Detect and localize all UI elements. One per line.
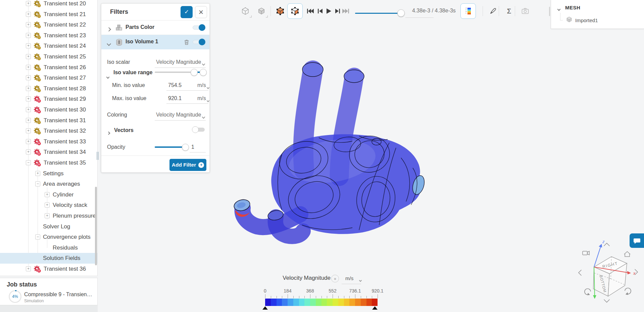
mesh-item-imported1[interactable]: Imported1 — [575, 17, 598, 23]
solid-view-button[interactable] — [254, 3, 269, 19]
tree-item-residuals[interactable]: Residuals — [0, 242, 98, 253]
tree-item-transient-test-23[interactable]: + ! Transient test 23 — [0, 30, 98, 41]
tree-item-transient-test-30[interactable]: + ✕ Transient test 30 — [0, 104, 98, 115]
tree-item-solver-log[interactable]: Solver Log — [0, 221, 98, 232]
tree-item-transient-test-29[interactable]: + ✕ Transient test 29 — [0, 94, 98, 104]
chevron-right-icon[interactable] — [107, 26, 110, 32]
expand-icon[interactable]: + — [26, 107, 31, 112]
field-display-button-active[interactable] — [287, 3, 303, 19]
legend-unit-dropdown[interactable]: m/s — [345, 275, 353, 281]
max-iso-unit-dropdown[interactable]: m/s — [197, 95, 206, 101]
tree-item-transient-test-32[interactable]: + ! Transient test 32 — [0, 126, 98, 136]
chevron-down-icon[interactable] — [207, 97, 209, 103]
tree-item-transient-test-25[interactable]: + ! Transient test 25 — [0, 51, 98, 62]
expand-icon[interactable]: + — [26, 118, 31, 123]
tree-item-transient-test-27[interactable]: + ! Transient test 27 — [0, 73, 98, 83]
expand-icon[interactable]: + — [26, 86, 31, 91]
filter-section-iso-volume[interactable]: Iso Volume 1 — [101, 35, 209, 49]
support-chat-button[interactable] — [630, 233, 644, 248]
chevron-down-icon[interactable] — [202, 60, 205, 66]
chevron-right-icon[interactable] — [107, 130, 110, 136]
expand-icon[interactable]: + — [26, 12, 31, 17]
tree-item-transient-test-21[interactable]: + ! Transient test 21 — [0, 9, 98, 20]
expand-icon[interactable]: + — [26, 128, 31, 133]
wireframe-view-button[interactable] — [238, 3, 253, 19]
max-iso-input[interactable]: 920.1 — [168, 95, 182, 101]
opacity-knob[interactable] — [182, 144, 189, 151]
tree-item-transient-test-20[interactable]: + ! Transient test 20 — [0, 0, 98, 9]
tree-item-transient-test-35[interactable]: − ✕ Transient test 35 — [0, 158, 98, 168]
min-iso-unit-dropdown[interactable]: m/s — [197, 82, 206, 88]
legend-toggle-button-active[interactable] — [460, 3, 476, 19]
expand-icon[interactable]: + — [35, 171, 40, 176]
expand-icon[interactable]: + — [26, 139, 31, 144]
time-slider[interactable] — [355, 13, 402, 14]
tree-item-transient-test-31[interactable]: + ! Transient test 31 — [0, 115, 98, 126]
filter-section-parts-color[interactable]: Parts Color — [101, 20, 209, 35]
collapse-icon[interactable]: − — [35, 234, 40, 239]
tree-item-area-averages[interactable]: −Area averages — [0, 179, 98, 189]
tree-item-transient-test-22[interactable]: + ! Transient test 22 — [0, 19, 98, 30]
expand-icon[interactable]: + — [26, 33, 31, 38]
legend-min-marker[interactable] — [262, 306, 268, 310]
play-button[interactable] — [325, 7, 332, 15]
iso-volume-toggle[interactable] — [192, 39, 205, 45]
previous-frame-button[interactable] — [316, 7, 324, 15]
tree-item-solution-fields[interactable]: Solution Fields — [0, 253, 98, 264]
screenshot-camera-button[interactable] — [517, 3, 533, 19]
collapse-icon[interactable]: − — [35, 181, 40, 186]
expand-icon[interactable]: + — [26, 1, 31, 6]
tree-item-transient-test-26[interactable]: + ! Transient test 26 — [0, 62, 98, 73]
job-name[interactable]: Compressible 9 - Transient t... — [24, 292, 93, 298]
time-display[interactable]: 4.38e-3 / 4.38e-3s — [412, 8, 456, 14]
tree-item-settings[interactable]: +Settings — [0, 168, 98, 179]
tree-item-convergence-plots[interactable]: −Convergence plots — [0, 232, 98, 242]
tree-scrollbar[interactable] — [95, 187, 97, 265]
expand-icon[interactable]: + — [26, 54, 31, 59]
min-iso-input[interactable]: 754.5 — [168, 82, 182, 88]
expand-icon[interactable]: + — [26, 22, 31, 27]
expand-icon[interactable]: + — [26, 65, 31, 70]
sidebar-resize-handle[interactable] — [97, 152, 99, 160]
delete-filter-icon[interactable] — [183, 39, 190, 45]
tree-item-plenum-pressure[interactable]: +Plenum pressure — [0, 211, 98, 221]
expand-icon[interactable]: + — [45, 192, 50, 197]
expand-icon[interactable]: + — [45, 213, 50, 218]
coloring-dropdown[interactable]: Velocity Magnitude — [156, 112, 201, 118]
colored-parts-button[interactable] — [273, 3, 288, 19]
chevron-down-icon[interactable] — [107, 41, 110, 47]
iso-range-min-knob[interactable] — [191, 69, 198, 76]
skip-to-end-button[interactable] — [342, 7, 350, 15]
panel-drag-handle[interactable] — [549, 7, 550, 16]
expand-icon[interactable]: + — [26, 75, 31, 80]
collapse-icon[interactable]: − — [26, 160, 31, 165]
tree-item-transient-test-34[interactable]: + ✕ Transient test 34 — [0, 147, 98, 158]
time-slider-knob[interactable] — [397, 9, 405, 17]
close-filters-button[interactable]: ✕ — [195, 6, 207, 18]
tree-item-cylinder[interactable]: +Cylinder — [0, 189, 98, 200]
legend-menu-icon[interactable]: ≡ — [331, 275, 339, 282]
expand-icon[interactable]: + — [26, 96, 31, 101]
tree-item-transient-test-36[interactable]: + ✕ Transient test 36 — [0, 264, 98, 274]
chevron-down-icon[interactable] — [202, 114, 205, 120]
expand-icon[interactable]: + — [26, 149, 31, 154]
tree-item-transient-test-24[interactable]: + ! Transient test 24 — [0, 41, 98, 51]
next-frame-button[interactable] — [334, 7, 341, 15]
tree-item-velocity-stack[interactable]: +Velocity stack — [0, 200, 98, 211]
chevron-down-icon[interactable] — [359, 277, 361, 283]
parts-color-toggle[interactable] — [192, 24, 205, 31]
chevron-down-icon[interactable] — [207, 84, 209, 90]
chevron-down-icon[interactable] — [107, 74, 109, 80]
expand-icon[interactable]: + — [26, 266, 31, 271]
expand-icon[interactable]: + — [26, 43, 31, 48]
tree-item-transient-test-33[interactable]: + ✕ Transient test 33 — [0, 136, 98, 147]
expand-icon[interactable]: + — [45, 203, 50, 208]
vectors-toggle[interactable] — [192, 126, 205, 133]
add-filter-button[interactable]: Add Filter + — [169, 159, 206, 171]
legend-max-marker[interactable] — [372, 306, 378, 310]
iso-scalar-dropdown[interactable]: Velocity Magnitude — [156, 59, 201, 65]
apply-filters-button[interactable]: ✓ — [181, 6, 193, 18]
chevron-down-icon[interactable] — [558, 6, 560, 12]
skip-to-start-button[interactable] — [306, 7, 314, 15]
tree-item-transient-test-28[interactable]: + ! Transient test 28 — [0, 83, 98, 94]
